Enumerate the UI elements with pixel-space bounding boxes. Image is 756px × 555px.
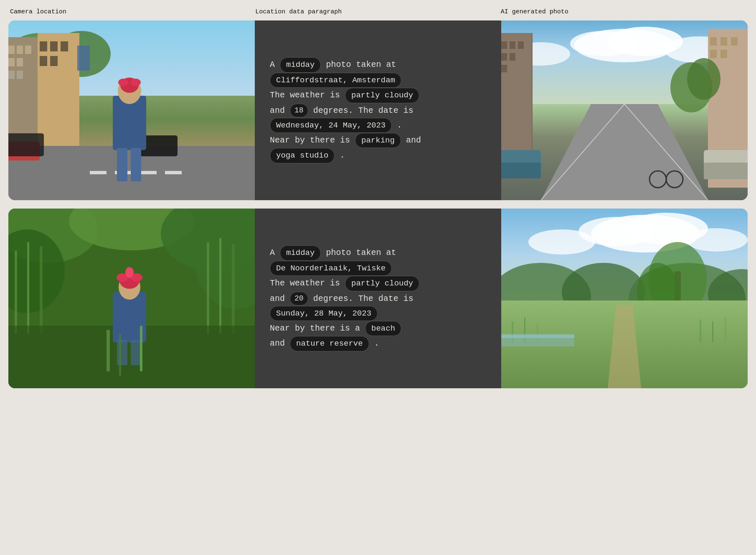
svg-rect-43 xyxy=(510,41,515,49)
svg-rect-76 xyxy=(232,244,235,334)
text-temp-suffix-1: degrees. The date is xyxy=(308,106,414,115)
tag-date-2: Sunday, 28 May, 2023 xyxy=(270,306,378,321)
svg-rect-53 xyxy=(720,37,727,46)
svg-rect-75 xyxy=(219,238,221,334)
svg-rect-71 xyxy=(15,250,17,334)
camera-photo-twiske xyxy=(8,209,255,388)
svg-rect-6 xyxy=(17,46,23,54)
svg-rect-8 xyxy=(8,58,15,66)
svg-rect-108 xyxy=(712,321,713,342)
text-weather-prefix-1: The weather is xyxy=(270,91,345,100)
svg-rect-46 xyxy=(510,53,515,61)
text-nearby-prefix-1: Near by there is xyxy=(270,135,355,145)
tag-nearby2-1: yoga studio xyxy=(270,148,335,163)
tag-date-1: Wednesday, 24 May, 2023 xyxy=(270,118,392,133)
svg-rect-60 xyxy=(704,163,748,179)
svg-point-30 xyxy=(118,79,128,86)
svg-rect-52 xyxy=(710,37,717,46)
svg-rect-25 xyxy=(8,133,44,156)
svg-rect-86 xyxy=(107,330,110,372)
svg-rect-107 xyxy=(700,319,701,342)
text-date-dot-1: . xyxy=(392,120,402,130)
tag-temp-2: 20 xyxy=(290,292,308,306)
ai-photo-amsterdam xyxy=(501,20,748,200)
svg-rect-17 xyxy=(50,56,58,66)
tag-nearby1-2: beach xyxy=(365,321,401,336)
svg-rect-32 xyxy=(117,148,127,181)
text-nearby-mid-2: and xyxy=(270,339,290,349)
svg-rect-72 xyxy=(27,242,29,334)
text-prefix-1: A xyxy=(270,60,280,70)
text-nearby-mid-1: and xyxy=(401,135,421,145)
tag-weather-1: partly cloudy xyxy=(345,88,419,103)
svg-rect-109 xyxy=(725,317,726,342)
svg-rect-15 xyxy=(61,41,68,51)
svg-rect-42 xyxy=(501,41,507,49)
header-data: Location data paragraph xyxy=(255,8,500,15)
svg-rect-5 xyxy=(8,46,15,54)
svg-rect-33 xyxy=(131,148,141,181)
svg-rect-88 xyxy=(119,334,121,376)
svg-rect-87 xyxy=(140,326,142,372)
svg-rect-22 xyxy=(140,171,157,174)
tag-location-1: Cliffordstraat, Amsterdam xyxy=(270,73,401,88)
tag-nearby2-2: nature reserve xyxy=(290,336,369,351)
text-mid-2: photo taken at xyxy=(321,248,396,258)
svg-rect-18 xyxy=(77,46,90,71)
svg-point-94 xyxy=(685,228,748,252)
text-nearby-suffix-1: . xyxy=(335,151,345,160)
ai-photo-twiske xyxy=(501,209,748,388)
svg-rect-23 xyxy=(165,171,182,174)
location-paragraph-amsterdam: A midday photo taken at Cliffordstraat, … xyxy=(270,57,421,163)
card-twiske: A midday photo taken at De Noorderlaaik,… xyxy=(8,209,748,388)
svg-marker-48 xyxy=(541,104,708,200)
svg-rect-55 xyxy=(710,50,717,58)
camera-photo-amsterdam xyxy=(8,20,255,200)
text-temp-prefix-2: and xyxy=(270,294,290,303)
svg-rect-44 xyxy=(518,41,524,49)
column-headers: Camera location Location data paragraph … xyxy=(8,8,748,15)
text-mid-1: photo taken at xyxy=(321,60,396,70)
svg-point-31 xyxy=(131,79,141,86)
location-paragraph-twiske: A midday photo taken at De Noorderlaaik,… xyxy=(270,245,419,351)
text-nearby-suffix-2: . xyxy=(369,339,379,349)
svg-rect-20 xyxy=(90,171,107,174)
header-ai: AI generated photo xyxy=(501,8,746,15)
svg-rect-111 xyxy=(501,335,574,338)
svg-rect-74 xyxy=(207,242,209,334)
svg-rect-54 xyxy=(731,37,738,46)
tag-nearby1-1: parking xyxy=(355,133,401,148)
svg-rect-11 xyxy=(17,71,23,79)
svg-point-83 xyxy=(125,267,134,278)
text-nearby-prefix-2: Near by there is a xyxy=(270,323,365,333)
svg-rect-84 xyxy=(117,340,127,365)
svg-rect-85 xyxy=(131,340,141,365)
svg-point-37 xyxy=(570,31,637,56)
card-amsterdam: A midday photo taken at Cliffordstraat, … xyxy=(8,20,748,200)
tag-weather-2: partly cloudy xyxy=(345,276,419,291)
text-prefix-2: A xyxy=(270,248,280,258)
svg-rect-62 xyxy=(501,163,541,178)
text-weather-prefix-2: The weather is xyxy=(270,279,345,288)
svg-rect-9 xyxy=(17,58,23,66)
svg-rect-10 xyxy=(8,71,15,79)
text-panel-amsterdam: A midday photo taken at Cliffordstraat, … xyxy=(255,20,501,200)
svg-rect-47 xyxy=(501,65,507,72)
svg-rect-7 xyxy=(25,46,31,54)
tag-temp-1: 18 xyxy=(290,104,308,117)
svg-point-93 xyxy=(528,229,595,255)
svg-rect-73 xyxy=(40,246,43,334)
tag-time-2: midday xyxy=(280,245,321,260)
svg-rect-13 xyxy=(40,41,47,51)
tag-location-2: De Noorderlaaik, Twiske xyxy=(270,261,392,276)
tag-time-1: midday xyxy=(280,57,321,72)
svg-rect-14 xyxy=(50,41,58,51)
svg-rect-45 xyxy=(501,53,507,61)
text-panel-twiske: A midday photo taken at De Noorderlaaik,… xyxy=(255,209,501,388)
text-temp-prefix-1: and xyxy=(270,106,290,115)
svg-rect-16 xyxy=(40,56,47,66)
text-temp-suffix-2: degrees. The date is xyxy=(308,294,414,303)
header-camera: Camera location xyxy=(10,8,255,15)
svg-rect-56 xyxy=(720,50,727,58)
svg-point-58 xyxy=(687,58,720,100)
